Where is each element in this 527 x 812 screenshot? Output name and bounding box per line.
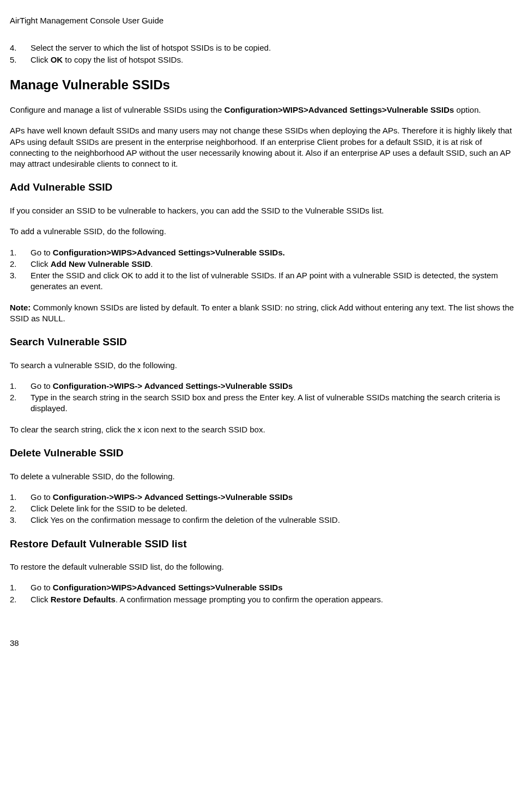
list-text-prefix: Click bbox=[31, 259, 51, 268]
list-number: 1. bbox=[10, 582, 17, 593]
paragraph: To add a vulnerable SSID, do the followi… bbox=[10, 226, 517, 237]
list-item: 1. Go to Configuration->WIPS-> Advanced … bbox=[10, 492, 517, 503]
list-text-prefix: Go to bbox=[31, 248, 53, 257]
list-text: Type in the search string in the search … bbox=[31, 393, 500, 413]
page-header: AirTight Management Console User Guide bbox=[10, 15, 517, 26]
paragraph: To delete a vulnerable SSID, do the foll… bbox=[10, 471, 517, 482]
list-text: Select the server to which the list of h… bbox=[31, 43, 271, 52]
list-text-bold: Configuration>WIPS>Advanced Settings>Vul… bbox=[53, 248, 285, 257]
list-text-suffix: . A confirmation message prompting you t… bbox=[116, 595, 383, 604]
list-restore-steps: 1. Go to Configuration>WIPS>Advanced Set… bbox=[10, 582, 517, 605]
heading-manage-vulnerable-ssids: Manage Vulnerable SSIDs bbox=[10, 76, 517, 94]
list-item: 1. Go to Configuration->WIPS-> Advanced … bbox=[10, 381, 517, 392]
list-number: 2. bbox=[10, 392, 17, 403]
list-item: 2. Click Restore Defaults. A confirmatio… bbox=[10, 594, 517, 605]
list-text: Click Yes on the confirmation message to… bbox=[31, 515, 340, 524]
note-label: Note: bbox=[10, 303, 31, 312]
list-item: 1. Go to Configuration>WIPS>Advanced Set… bbox=[10, 247, 517, 258]
heading-add-vulnerable-ssid: Add Vulnerable SSID bbox=[10, 180, 517, 194]
list-item: 3. Enter the SSID and click OK to add it… bbox=[10, 270, 517, 292]
list-item: 1. Go to Configuration>WIPS>Advanced Set… bbox=[10, 582, 517, 593]
paragraph: To search a vulnerable SSID, do the foll… bbox=[10, 360, 517, 371]
list-number: 1. bbox=[10, 381, 17, 392]
list-continued: 4. Select the server to which the list o… bbox=[10, 42, 517, 65]
note-text: Commonly known SSIDs are listed by defau… bbox=[10, 303, 514, 323]
list-text-bold: Configuration->WIPS-> Advanced Settings-… bbox=[53, 381, 293, 390]
list-item: 2. Click Delete link for the SSID to be … bbox=[10, 503, 517, 514]
list-text-prefix: Click bbox=[31, 55, 51, 64]
list-item: 5. Click OK to copy the list of hotspot … bbox=[10, 54, 517, 65]
paragraph: To clear the search string, click the x … bbox=[10, 424, 517, 435]
list-text-bold: Add New Vulnerable SSID bbox=[51, 259, 151, 268]
list-number: 1. bbox=[10, 247, 17, 258]
list-search-steps: 1. Go to Configuration->WIPS-> Advanced … bbox=[10, 381, 517, 414]
list-text-prefix: Click bbox=[31, 595, 51, 604]
note-paragraph: Note: Commonly known SSIDs are listed by… bbox=[10, 302, 517, 325]
list-item: 2. Click Add New Vulnerable SSID. bbox=[10, 259, 517, 270]
text-bold: Configuration>WIPS>Advanced Settings>Vul… bbox=[225, 105, 455, 114]
list-add-steps: 1. Go to Configuration>WIPS>Advanced Set… bbox=[10, 247, 517, 292]
list-text: Enter the SSID and click OK to add it to… bbox=[31, 271, 498, 291]
list-number: 1. bbox=[10, 492, 17, 503]
list-delete-steps: 1. Go to Configuration->WIPS-> Advanced … bbox=[10, 492, 517, 526]
text-prefix: Configure and manage a list of vulnerabl… bbox=[10, 105, 225, 114]
list-number: 2. bbox=[10, 259, 17, 270]
heading-search-vulnerable-ssid: Search Vulnerable SSID bbox=[10, 335, 517, 349]
list-text-prefix: Go to bbox=[31, 381, 53, 390]
heading-restore-default: Restore Default Vulnerable SSID list bbox=[10, 537, 517, 551]
list-text-bold: OK bbox=[51, 55, 63, 64]
list-number: 4. bbox=[10, 42, 17, 53]
list-item: 3. Click Yes on the confirmation message… bbox=[10, 515, 517, 526]
list-item: 2. Type in the search string in the sear… bbox=[10, 392, 517, 414]
list-text-bold: Restore Defaults bbox=[51, 595, 116, 604]
list-text-suffix: to copy the list of hotspot SSIDs. bbox=[63, 55, 183, 64]
list-text-bold: Configuration>WIPS>Advanced Settings>Vul… bbox=[53, 583, 283, 592]
list-text-prefix: Go to bbox=[31, 583, 53, 592]
list-number: 5. bbox=[10, 54, 17, 65]
list-text-prefix: Go to bbox=[31, 492, 53, 502]
paragraph: Configure and manage a list of vulnerabl… bbox=[10, 105, 517, 115]
list-number: 2. bbox=[10, 594, 17, 605]
page-number: 38 bbox=[10, 638, 517, 649]
list-number: 3. bbox=[10, 270, 17, 281]
list-number: 2. bbox=[10, 503, 17, 514]
list-item: 4. Select the server to which the list o… bbox=[10, 42, 517, 53]
paragraph: APs have well known default SSIDs and ma… bbox=[10, 125, 517, 169]
text-suffix: option. bbox=[454, 105, 481, 114]
list-text-suffix: . bbox=[150, 259, 153, 268]
list-number: 3. bbox=[10, 515, 17, 526]
paragraph: If you consider an SSID to be vulnerable… bbox=[10, 205, 517, 216]
paragraph: To restore the default vulnerable SSID l… bbox=[10, 561, 517, 572]
list-text-bold: Configuration->WIPS-> Advanced Settings-… bbox=[53, 492, 293, 502]
heading-delete-vulnerable-ssid: Delete Vulnerable SSID bbox=[10, 446, 517, 460]
list-text: Click Delete link for the SSID to be del… bbox=[31, 504, 187, 513]
